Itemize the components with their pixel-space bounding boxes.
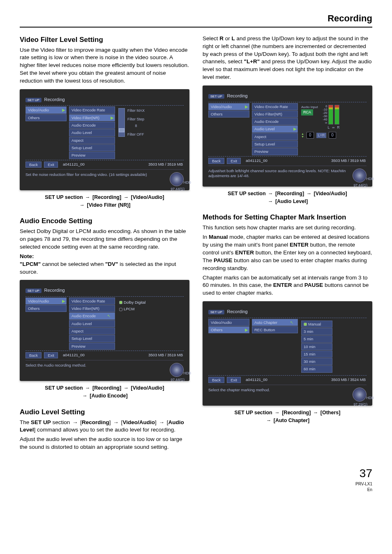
menu-item: Audio Level (69, 129, 115, 136)
option: 3 min (301, 328, 332, 335)
menu-item: Audio Level (69, 320, 115, 327)
rca-badge: RCA (301, 109, 313, 115)
screenshot-audio-level: SET UP Recording Video/Audio▶ Others Vid… (203, 85, 372, 187)
back-button: Back (25, 352, 42, 358)
capacity: 3503 MB / 3524 MB (330, 377, 367, 383)
shot-title: Recording (44, 288, 65, 293)
menu-item: Video Encode Rate (69, 106, 115, 113)
option: 10 min (301, 343, 332, 350)
breadcrumb-audio-encode: SET UP section → [Recording] → [Video/Au… (20, 384, 189, 400)
shot-title: Recording (44, 97, 65, 102)
disc-icon (170, 363, 184, 377)
menu-item: Video Filter(NR) (69, 305, 115, 312)
capacity: 3503 MB / 3519 MB (148, 352, 184, 358)
option: 30 min (301, 358, 332, 365)
back-button: Back (208, 377, 224, 383)
menu-item: Video Encode Rate (69, 298, 115, 305)
exit-button: Exit (227, 158, 241, 164)
left-column: Video Filter Level Setting Use the Video… (20, 35, 189, 453)
option: 5 min (301, 335, 332, 342)
menu-item: Setup Level (252, 141, 298, 148)
audio-level-cont: Select R or L and press the Up/Down key … (203, 35, 372, 81)
menu-item: Others (25, 305, 67, 312)
lr-button: L+R (316, 133, 327, 138)
setup-badge: SET UP (208, 310, 224, 314)
exit-button: Exit (44, 162, 58, 168)
shot-title: Recording (227, 93, 248, 98)
menu-item: Video/Audio▶ (25, 298, 67, 305)
menu-item: REC Button (252, 326, 298, 333)
setup-badge: SET UP (25, 98, 42, 102)
option: 60 min (301, 365, 332, 372)
level-r: 0 (329, 132, 336, 138)
screenshot-auto-chapter: SET UP Recording Video/Audio Others▶ Aut… (203, 301, 372, 406)
breadcrumb-auto-chapter: SET UP section → [Recording] → [Others] … (203, 409, 372, 425)
menu-item: Aspect (69, 137, 115, 144)
exit-button: Exit (44, 352, 58, 358)
breadcrumb-audio-level: SET UP section → [Recording] → [Video/Au… (203, 190, 372, 205)
menu-item: Video/Audio (208, 319, 249, 326)
right-column: Select R or L and press the Up/Down key … (203, 35, 372, 453)
audio-encode-note: Note: "LPCM" cannot be selected when "DV… (20, 253, 189, 276)
menu-item: Others (208, 111, 249, 118)
option-lpcm: LPCM (118, 306, 183, 312)
filename: a041121_00 (243, 377, 328, 383)
filename: a041121_00 (60, 352, 145, 358)
menu-item: Video/Audio▶ (25, 106, 67, 113)
capacity: 3503 MB / 3519 MB (148, 162, 184, 168)
disc-icon (353, 169, 367, 182)
option-dolby: Dolby Digital (118, 299, 183, 305)
help-text: Select the Audio recording method. (25, 363, 166, 377)
screenshot-video-filter: SET UP Recording Video/Audio▶ Others Vid… (20, 89, 189, 190)
menu-item: Audio Encode (69, 122, 115, 129)
menu-item: Audio Encode↖ (69, 312, 115, 319)
two-column-layout: Video Filter Level Setting Use the Video… (20, 35, 372, 453)
option: Manual (301, 321, 332, 328)
filename: a041121_00 (60, 162, 145, 168)
filename: a041121_00 (243, 158, 328, 164)
menu-item: Preview (252, 148, 298, 155)
help-text: Adjust/set both left/right channel sourc… (208, 169, 348, 182)
menu-item: Audio Encode (252, 118, 298, 125)
menu-item: Preview (69, 152, 115, 159)
menu-item: Video/Audio▶ (208, 103, 249, 110)
menu-item: Others▶ (208, 326, 249, 333)
chapter-heading: Methods for Setting Chapter Mark Inserti… (203, 212, 372, 222)
help-text: Select the chapter marking method. (208, 388, 348, 402)
menu-item: Aspect (252, 133, 298, 140)
audio-level-body: The SET UP section → [Recording] → [Vide… (20, 419, 189, 434)
capacity: 3503 MB / 3519 MB (330, 158, 367, 164)
back-button: Back (25, 162, 42, 168)
back-button: Back (208, 158, 224, 164)
audio-level-heading: Audio Level Setting (20, 407, 189, 417)
setup-badge: SET UP (208, 94, 224, 99)
level-l: 0 (307, 132, 314, 138)
chapter-body2: In Manual mode, chapter marks can be ent… (203, 233, 372, 272)
exit-button: Exit (227, 377, 241, 383)
page-number: 37 (360, 467, 372, 480)
menu-item: Setup Level (69, 144, 115, 151)
shot-title: Recording (227, 309, 248, 314)
chapter-body3: Chapter marks can be automatically set a… (203, 274, 372, 298)
chapter-body1: This function sets how chapter marks are… (203, 224, 372, 232)
option: 15 min (301, 351, 332, 358)
video-filter-heading: Video Filter Level Setting (20, 35, 189, 45)
setup-badge: SET UP (25, 289, 42, 293)
page-footer: 37 PRV-LX1 En (20, 465, 372, 493)
model-code: PRV-LX1 (20, 481, 372, 487)
lang-code: En (20, 487, 372, 493)
disc-icon (353, 388, 367, 402)
menu-item: Others (25, 114, 67, 121)
audio-encode-heading: Audio Encode Setting (20, 216, 189, 226)
menu-item: Audio Level▶ (252, 125, 298, 132)
breadcrumb-video-filter: SET UP section → [Recording] → [Video/Au… (20, 194, 189, 209)
menu-item: Video Encode Rate (252, 103, 298, 110)
menu-item: Video Filter(NR)▶ (69, 114, 115, 121)
disc-icon (170, 172, 184, 186)
video-filter-body: Use the Video filter to improve image qu… (20, 46, 189, 85)
menu-item: Setup Level (69, 335, 115, 342)
filter-scale: Filter MAX Filter Step8 Filter OFF (118, 108, 183, 137)
audio-level-body2: Adjust the audio level when the audio so… (20, 436, 189, 451)
menu-item: Video Filter(NR) (252, 111, 298, 118)
audio-encode-body: Select Dolby Digital or LPCM audio encod… (20, 228, 189, 251)
